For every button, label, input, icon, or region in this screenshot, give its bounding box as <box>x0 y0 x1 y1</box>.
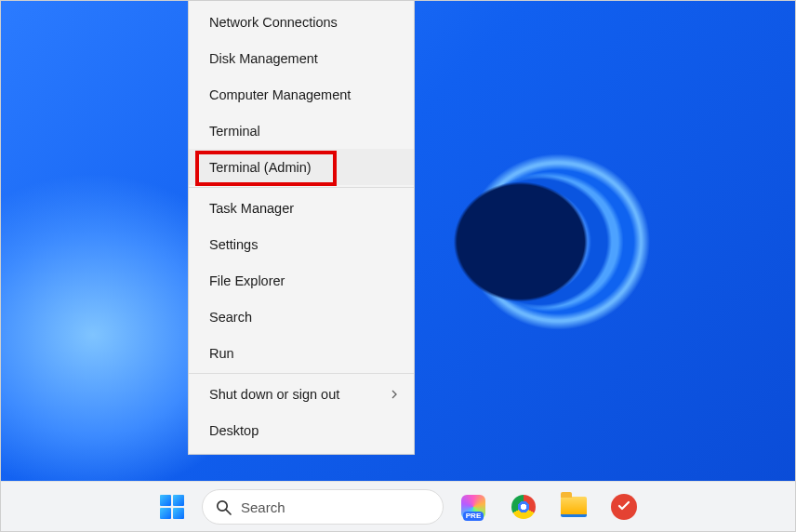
svg-line-3 <box>226 510 231 514</box>
taskbar-app-todoist[interactable] <box>604 486 644 527</box>
taskbar-app-copilot[interactable] <box>453 486 494 527</box>
menu-item-label: File Explorer <box>209 273 285 288</box>
taskbar-app-file-explorer[interactable] <box>553 486 594 527</box>
menu-item-network-connections[interactable]: Network Connections <box>189 4 414 40</box>
menu-item-settings[interactable]: Settings <box>189 226 414 262</box>
menu-item-label: Search <box>209 310 252 325</box>
menu-item-terminal[interactable]: Terminal <box>189 113 414 149</box>
taskbar-app-chrome[interactable] <box>503 486 544 527</box>
menu-item-label: Desktop <box>209 423 259 438</box>
menu-separator <box>189 187 414 188</box>
todoist-icon <box>611 494 637 520</box>
menu-separator <box>189 373 414 374</box>
menu-item-shutdown-signout[interactable]: Shut down or sign out <box>189 376 414 412</box>
menu-item-terminal-admin[interactable]: Terminal (Admin) <box>189 149 414 185</box>
search-icon <box>216 499 232 515</box>
menu-item-label: Terminal <box>209 124 260 139</box>
chrome-icon <box>511 495 536 519</box>
menu-item-computer-management[interactable]: Computer Management <box>189 76 414 113</box>
taskbar <box>0 481 796 532</box>
chevron-right-icon <box>390 387 399 402</box>
menu-item-desktop[interactable]: Desktop <box>189 412 414 448</box>
menu-item-search[interactable]: Search <box>189 299 414 335</box>
start-button[interactable] <box>152 486 192 527</box>
menu-item-task-manager[interactable]: Task Manager <box>189 190 414 226</box>
menu-item-label: Terminal (Admin) <box>209 160 312 175</box>
taskbar-search[interactable] <box>202 489 444 525</box>
menu-item-run[interactable]: Run <box>189 335 414 371</box>
search-input[interactable] <box>241 499 430 515</box>
desktop-wallpaper: Network Connections Disk Management Comp… <box>0 0 796 532</box>
menu-item-label: Network Connections <box>209 15 338 30</box>
windows-logo-icon <box>160 495 184 519</box>
menu-item-label: Run <box>209 346 234 361</box>
menu-item-label: Shut down or sign out <box>209 387 339 402</box>
file-explorer-icon <box>561 497 587 517</box>
menu-item-label: Settings <box>209 237 258 252</box>
copilot-icon <box>461 495 485 519</box>
menu-item-disk-management[interactable]: Disk Management <box>189 40 414 76</box>
menu-item-label: Task Manager <box>209 201 294 216</box>
menu-item-label: Computer Management <box>209 87 351 102</box>
winx-context-menu: Network Connections Disk Management Comp… <box>188 0 415 455</box>
menu-item-label: Disk Management <box>209 51 318 66</box>
menu-item-file-explorer[interactable]: File Explorer <box>189 262 414 299</box>
